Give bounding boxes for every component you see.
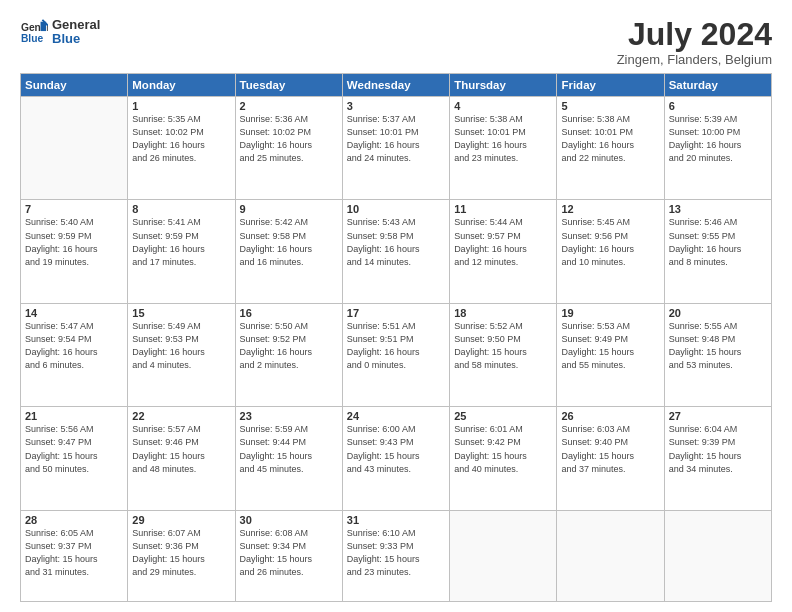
calendar-cell	[21, 97, 128, 200]
month-title: July 2024	[617, 18, 772, 50]
col-saturday: Saturday	[664, 74, 771, 97]
calendar-cell	[450, 510, 557, 601]
day-info: Sunrise: 5:47 AM Sunset: 9:54 PM Dayligh…	[25, 320, 123, 372]
day-number: 11	[454, 203, 552, 215]
day-info: Sunrise: 5:37 AM Sunset: 10:01 PM Daylig…	[347, 113, 445, 165]
week-row-2: 7Sunrise: 5:40 AM Sunset: 9:59 PM Daylig…	[21, 200, 772, 303]
day-info: Sunrise: 5:55 AM Sunset: 9:48 PM Dayligh…	[669, 320, 767, 372]
calendar-cell: 20Sunrise: 5:55 AM Sunset: 9:48 PM Dayli…	[664, 303, 771, 406]
day-number: 25	[454, 410, 552, 422]
calendar-cell: 15Sunrise: 5:49 AM Sunset: 9:53 PM Dayli…	[128, 303, 235, 406]
logo-general: General	[52, 18, 100, 32]
col-tuesday: Tuesday	[235, 74, 342, 97]
header: General Blue General Blue July 2024 Zing…	[20, 18, 772, 67]
week-row-5: 28Sunrise: 6:05 AM Sunset: 9:37 PM Dayli…	[21, 510, 772, 601]
calendar-cell: 11Sunrise: 5:44 AM Sunset: 9:57 PM Dayli…	[450, 200, 557, 303]
day-info: Sunrise: 6:08 AM Sunset: 9:34 PM Dayligh…	[240, 527, 338, 579]
day-number: 31	[347, 514, 445, 526]
day-info: Sunrise: 6:00 AM Sunset: 9:43 PM Dayligh…	[347, 423, 445, 475]
calendar-cell: 29Sunrise: 6:07 AM Sunset: 9:36 PM Dayli…	[128, 510, 235, 601]
day-number: 16	[240, 307, 338, 319]
week-row-4: 21Sunrise: 5:56 AM Sunset: 9:47 PM Dayli…	[21, 407, 772, 510]
day-number: 26	[561, 410, 659, 422]
calendar-cell: 19Sunrise: 5:53 AM Sunset: 9:49 PM Dayli…	[557, 303, 664, 406]
col-wednesday: Wednesday	[342, 74, 449, 97]
calendar-cell: 9Sunrise: 5:42 AM Sunset: 9:58 PM Daylig…	[235, 200, 342, 303]
day-info: Sunrise: 5:43 AM Sunset: 9:58 PM Dayligh…	[347, 216, 445, 268]
col-thursday: Thursday	[450, 74, 557, 97]
calendar-cell: 31Sunrise: 6:10 AM Sunset: 9:33 PM Dayli…	[342, 510, 449, 601]
calendar-cell: 22Sunrise: 5:57 AM Sunset: 9:46 PM Dayli…	[128, 407, 235, 510]
day-number: 2	[240, 100, 338, 112]
calendar-cell: 23Sunrise: 5:59 AM Sunset: 9:44 PM Dayli…	[235, 407, 342, 510]
day-number: 4	[454, 100, 552, 112]
calendar-cell: 27Sunrise: 6:04 AM Sunset: 9:39 PM Dayli…	[664, 407, 771, 510]
calendar-cell: 28Sunrise: 6:05 AM Sunset: 9:37 PM Dayli…	[21, 510, 128, 601]
calendar-cell: 21Sunrise: 5:56 AM Sunset: 9:47 PM Dayli…	[21, 407, 128, 510]
day-info: Sunrise: 5:44 AM Sunset: 9:57 PM Dayligh…	[454, 216, 552, 268]
day-info: Sunrise: 6:03 AM Sunset: 9:40 PM Dayligh…	[561, 423, 659, 475]
calendar-cell: 5Sunrise: 5:38 AM Sunset: 10:01 PM Dayli…	[557, 97, 664, 200]
day-info: Sunrise: 5:56 AM Sunset: 9:47 PM Dayligh…	[25, 423, 123, 475]
calendar-cell: 26Sunrise: 6:03 AM Sunset: 9:40 PM Dayli…	[557, 407, 664, 510]
calendar-cell: 8Sunrise: 5:41 AM Sunset: 9:59 PM Daylig…	[128, 200, 235, 303]
day-info: Sunrise: 5:38 AM Sunset: 10:01 PM Daylig…	[454, 113, 552, 165]
title-block: July 2024 Zingem, Flanders, Belgium	[617, 18, 772, 67]
calendar-cell: 30Sunrise: 6:08 AM Sunset: 9:34 PM Dayli…	[235, 510, 342, 601]
calendar-cell: 2Sunrise: 5:36 AM Sunset: 10:02 PM Dayli…	[235, 97, 342, 200]
calendar-cell: 13Sunrise: 5:46 AM Sunset: 9:55 PM Dayli…	[664, 200, 771, 303]
calendar-header-row: Sunday Monday Tuesday Wednesday Thursday…	[21, 74, 772, 97]
day-info: Sunrise: 6:01 AM Sunset: 9:42 PM Dayligh…	[454, 423, 552, 475]
day-number: 5	[561, 100, 659, 112]
calendar-cell: 3Sunrise: 5:37 AM Sunset: 10:01 PM Dayli…	[342, 97, 449, 200]
calendar-cell: 18Sunrise: 5:52 AM Sunset: 9:50 PM Dayli…	[450, 303, 557, 406]
day-info: Sunrise: 5:59 AM Sunset: 9:44 PM Dayligh…	[240, 423, 338, 475]
calendar-cell: 10Sunrise: 5:43 AM Sunset: 9:58 PM Dayli…	[342, 200, 449, 303]
day-info: Sunrise: 5:50 AM Sunset: 9:52 PM Dayligh…	[240, 320, 338, 372]
calendar-cell: 4Sunrise: 5:38 AM Sunset: 10:01 PM Dayli…	[450, 97, 557, 200]
calendar-cell	[664, 510, 771, 601]
day-number: 13	[669, 203, 767, 215]
calendar-cell: 1Sunrise: 5:35 AM Sunset: 10:02 PM Dayli…	[128, 97, 235, 200]
day-number: 10	[347, 203, 445, 215]
day-number: 27	[669, 410, 767, 422]
svg-text:Blue: Blue	[21, 34, 44, 45]
week-row-1: 1Sunrise: 5:35 AM Sunset: 10:02 PM Dayli…	[21, 97, 772, 200]
day-info: Sunrise: 6:05 AM Sunset: 9:37 PM Dayligh…	[25, 527, 123, 579]
week-row-3: 14Sunrise: 5:47 AM Sunset: 9:54 PM Dayli…	[21, 303, 772, 406]
day-number: 3	[347, 100, 445, 112]
calendar-cell: 25Sunrise: 6:01 AM Sunset: 9:42 PM Dayli…	[450, 407, 557, 510]
day-info: Sunrise: 5:49 AM Sunset: 9:53 PM Dayligh…	[132, 320, 230, 372]
logo-icon: General Blue	[20, 18, 48, 46]
day-info: Sunrise: 5:52 AM Sunset: 9:50 PM Dayligh…	[454, 320, 552, 372]
page: General Blue General Blue July 2024 Zing…	[0, 0, 792, 612]
day-number: 28	[25, 514, 123, 526]
calendar-cell: 14Sunrise: 5:47 AM Sunset: 9:54 PM Dayli…	[21, 303, 128, 406]
day-number: 20	[669, 307, 767, 319]
day-number: 9	[240, 203, 338, 215]
day-number: 21	[25, 410, 123, 422]
day-number: 7	[25, 203, 123, 215]
day-number: 15	[132, 307, 230, 319]
day-info: Sunrise: 5:41 AM Sunset: 9:59 PM Dayligh…	[132, 216, 230, 268]
day-number: 30	[240, 514, 338, 526]
day-number: 17	[347, 307, 445, 319]
col-friday: Friday	[557, 74, 664, 97]
day-info: Sunrise: 5:36 AM Sunset: 10:02 PM Daylig…	[240, 113, 338, 165]
day-info: Sunrise: 5:46 AM Sunset: 9:55 PM Dayligh…	[669, 216, 767, 268]
calendar-cell: 12Sunrise: 5:45 AM Sunset: 9:56 PM Dayli…	[557, 200, 664, 303]
calendar-cell	[557, 510, 664, 601]
day-info: Sunrise: 5:35 AM Sunset: 10:02 PM Daylig…	[132, 113, 230, 165]
day-number: 12	[561, 203, 659, 215]
logo: General Blue General Blue	[20, 18, 100, 47]
calendar-cell: 24Sunrise: 6:00 AM Sunset: 9:43 PM Dayli…	[342, 407, 449, 510]
day-number: 6	[669, 100, 767, 112]
day-number: 29	[132, 514, 230, 526]
day-number: 1	[132, 100, 230, 112]
calendar-cell: 7Sunrise: 5:40 AM Sunset: 9:59 PM Daylig…	[21, 200, 128, 303]
day-number: 23	[240, 410, 338, 422]
calendar-cell: 16Sunrise: 5:50 AM Sunset: 9:52 PM Dayli…	[235, 303, 342, 406]
day-info: Sunrise: 5:51 AM Sunset: 9:51 PM Dayligh…	[347, 320, 445, 372]
day-number: 14	[25, 307, 123, 319]
location-subtitle: Zingem, Flanders, Belgium	[617, 52, 772, 67]
